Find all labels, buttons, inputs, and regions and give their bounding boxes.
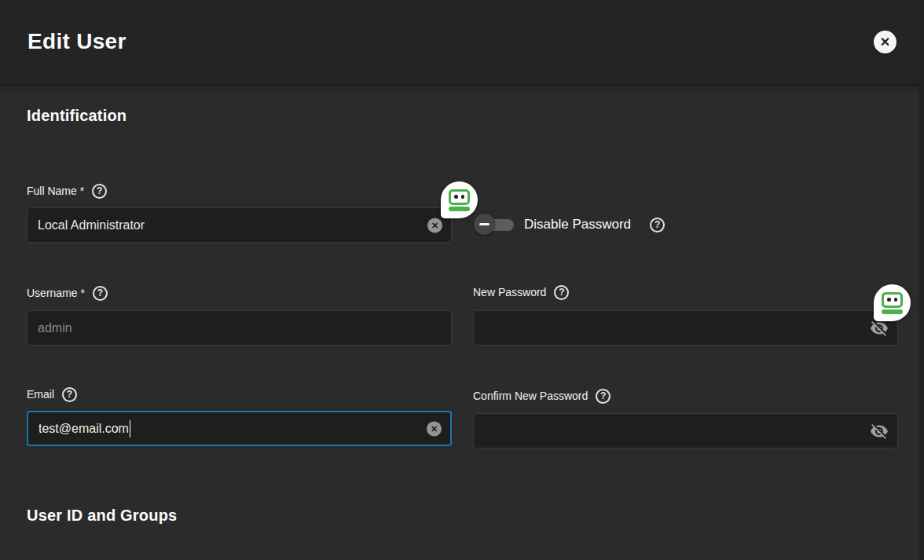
confirm-password-input[interactable] <box>474 414 897 448</box>
email-value: test@email.com <box>38 422 129 436</box>
username-help-icon[interactable]: ? <box>93 286 108 301</box>
full-name-help-icon[interactable]: ? <box>92 184 107 199</box>
clear-x-icon: ✕ <box>431 424 438 433</box>
new-password-input[interactable] <box>474 311 897 345</box>
robot-cursor-icon <box>874 284 911 321</box>
disable-password-help-icon[interactable]: ? <box>650 218 665 232</box>
close-icon: ✕ <box>880 36 890 49</box>
full-name-label-row: Full Name * ? <box>27 183 107 199</box>
disable-password-label: Disable Password <box>524 217 631 232</box>
new-password-label-row: New Password ? <box>473 284 569 300</box>
new-password-label: New Password <box>473 286 546 298</box>
robot-head-icon <box>449 189 470 205</box>
email-label: Email <box>27 388 54 401</box>
clear-x-icon: ✕ <box>431 221 438 229</box>
username-label: Username * <box>27 287 85 299</box>
confirm-password-input-box <box>473 413 898 448</box>
dialog-header: Edit User ✕ <box>0 0 924 85</box>
disable-password-toggle[interactable] <box>474 214 515 236</box>
visibility-off-icon <box>870 319 889 338</box>
section-title-user-id-groups: User ID and Groups <box>27 507 177 525</box>
visibility-off-icon <box>870 422 889 441</box>
confirm-password-label: Confirm New Password <box>473 390 588 402</box>
email-help-icon[interactable]: ? <box>62 387 77 402</box>
edit-user-dialog: Edit User ✕ Identification Full Name * ?… <box>0 0 924 560</box>
email-label-row: Email ? <box>27 386 77 402</box>
confirm-password-visibility-toggle[interactable] <box>869 421 889 441</box>
full-name-label: Full Name * <box>27 185 84 197</box>
minus-icon <box>479 223 490 225</box>
close-button[interactable]: ✕ <box>874 31 896 53</box>
text-caret <box>130 420 131 437</box>
email-input[interactable]: test@email.com ✕ <box>27 411 452 446</box>
full-name-input-box: ✕ <box>27 207 452 243</box>
username-input[interactable] <box>28 311 451 345</box>
scrollbar[interactable] <box>919 0 924 560</box>
full-name-input[interactable] <box>28 208 451 242</box>
new-password-input-box <box>473 310 898 346</box>
section-title-identification: Identification <box>27 107 126 125</box>
toggle-thumb-icon <box>474 214 495 235</box>
username-input-box <box>27 310 452 346</box>
new-password-help-icon[interactable]: ? <box>554 285 569 300</box>
page-title: Edit User <box>28 29 126 54</box>
robot-head-icon <box>882 292 903 308</box>
email-clear-button[interactable]: ✕ <box>427 421 442 436</box>
disable-password-row: Disable Password ? <box>474 212 665 237</box>
robot-cursor-icon <box>441 181 478 218</box>
confirm-password-label-row: Confirm New Password ? <box>473 388 610 404</box>
confirm-password-help-icon[interactable]: ? <box>596 389 610 404</box>
username-label-row: Username * ? <box>27 285 108 301</box>
full-name-clear-button[interactable]: ✕ <box>427 218 442 232</box>
